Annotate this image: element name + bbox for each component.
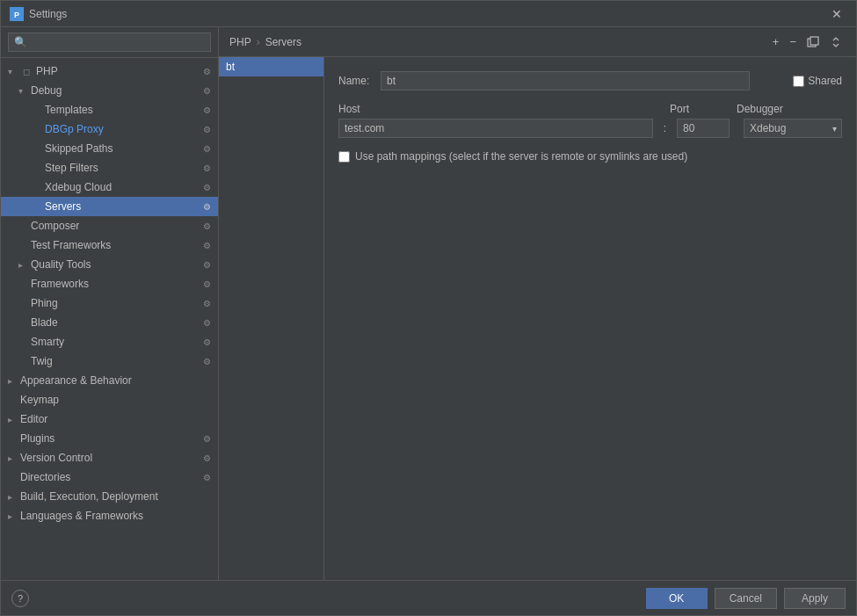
settings-icon: ⚙	[203, 473, 211, 482]
sidebar-item-dbgp-proxy[interactable]: ▸ DBGp Proxy ⚙	[1, 120, 218, 139]
path-mapping-checkbox[interactable]	[338, 151, 350, 163]
help-button[interactable]: ?	[11, 590, 29, 607]
breadcrumb-separator: ›	[257, 36, 260, 48]
path-mapping-row: Use path mappings (select if the server …	[338, 150, 842, 163]
settings-icon: ⚙	[203, 163, 211, 173]
sidebar-item-php[interactable]: ▾ ◻ PHP ⚙	[1, 62, 218, 81]
settings-icon: ⚙	[203, 318, 211, 328]
shared-checkbox[interactable]	[793, 76, 804, 87]
sidebar-item-debug[interactable]: ▾ Debug ⚙	[1, 81, 218, 100]
sidebar-item-quality-tools[interactable]: ▸ Quality Tools ⚙	[1, 255, 218, 274]
shared-area: Shared	[793, 75, 842, 87]
right-panel: PHP › Servers + −	[219, 27, 856, 580]
sidebar-item-directories[interactable]: ▸ Directories ⚙	[1, 467, 218, 487]
sidebar-item-build-execution[interactable]: ▸ Build, Execution, Deployment	[1, 487, 218, 506]
sidebar-item-frameworks[interactable]: ▸ Frameworks ⚙	[1, 274, 218, 294]
expand-icon: ▾	[8, 67, 20, 76]
sidebar-item-templates[interactable]: ▸ Templates ⚙	[1, 100, 218, 120]
remove-server-button[interactable]: −	[786, 33, 800, 50]
settings-icon: ⚙	[203, 125, 211, 134]
settings-icon: ⚙	[203, 453, 211, 463]
settings-icon: ⚙	[203, 144, 211, 154]
settings-icon: ⚙	[203, 86, 211, 96]
settings-icon: ⚙	[203, 67, 211, 76]
expand-icon: ▸	[8, 415, 20, 424]
shared-label: Shared	[808, 75, 842, 87]
move-server-button[interactable]	[826, 33, 846, 50]
settings-icon: ⚙	[203, 337, 211, 347]
expand-icon: ▸	[8, 453, 20, 463]
settings-icon: ⚙	[203, 260, 211, 270]
settings-icon: ⚙	[203, 279, 211, 289]
sidebar-item-blade[interactable]: ▸ Blade ⚙	[1, 313, 218, 332]
sidebar-item-twig[interactable]: ▸ Twig ⚙	[1, 351, 218, 371]
form-panel: Name: Shared Host	[324, 57, 856, 580]
settings-icon: ⚙	[203, 202, 211, 212]
sidebar-item-composer[interactable]: ▸ Composer ⚙	[1, 216, 218, 236]
sidebar-item-step-filters[interactable]: ▸ Step Filters ⚙	[1, 158, 218, 178]
sidebar-item-editor[interactable]: ▸ Editor	[1, 409, 218, 429]
debugger-label: Debugger	[737, 103, 783, 115]
add-server-button[interactable]: +	[769, 33, 783, 50]
content-area: bt Name: Shared	[219, 57, 856, 580]
expand-icon: ▸	[8, 492, 20, 502]
cancel-button[interactable]: Cancel	[715, 588, 777, 609]
ok-button[interactable]: OK	[646, 588, 708, 609]
sidebar-item-phing[interactable]: ▸ Phing ⚙	[1, 294, 218, 313]
settings-icon: ⚙	[203, 105, 211, 115]
sidebar-item-test-frameworks[interactable]: ▸ Test Frameworks ⚙	[1, 236, 218, 255]
settings-icon: ⚙	[203, 357, 211, 366]
name-row: Name: Shared	[338, 71, 842, 91]
expand-icon: ▸	[8, 376, 20, 386]
breadcrumb-bar: PHP › Servers + −	[219, 27, 856, 57]
sidebar-item-servers[interactable]: ▸ Servers ⚙	[1, 197, 218, 216]
search-box	[1, 27, 218, 58]
settings-icon: ⚙	[203, 299, 211, 308]
footer-left: ?	[11, 590, 29, 607]
expand-icon: ▸	[8, 511, 20, 521]
sidebar: ▾ ◻ PHP ⚙ ▾ Debug ⚙ ▸ Templates ⚙	[1, 27, 219, 580]
footer: ? OK Cancel Apply	[1, 580, 856, 615]
path-mapping-label: Use path mappings (select if the server …	[355, 150, 687, 163]
port-input[interactable]	[677, 119, 730, 138]
port-label: Port	[670, 103, 689, 115]
host-label: Host	[338, 103, 360, 115]
debugger-select[interactable]: Xdebug Zend Debugger	[744, 119, 842, 138]
main-content: ▾ ◻ PHP ⚙ ▾ Debug ⚙ ▸ Templates ⚙	[1, 27, 856, 580]
search-input[interactable]	[8, 33, 211, 52]
window-title: Settings	[29, 8, 826, 20]
sidebar-item-xdebug-cloud[interactable]: ▸ Xdebug Cloud ⚙	[1, 178, 218, 197]
app-icon: P	[10, 7, 24, 21]
name-input[interactable]	[381, 71, 750, 91]
sidebar-item-version-control[interactable]: ▸ Version Control ⚙	[1, 448, 218, 467]
php-icon: ◻	[20, 65, 33, 77]
name-label: Name:	[338, 75, 374, 87]
debugger-wrapper: Xdebug Zend Debugger ▾	[744, 119, 842, 138]
svg-text:P: P	[14, 11, 19, 19]
sidebar-item-languages-frameworks[interactable]: ▸ Languages & Frameworks	[1, 506, 218, 525]
sidebar-item-skipped-paths[interactable]: ▸ Skipped Paths ⚙	[1, 139, 218, 158]
sidebar-item-appearance-behavior[interactable]: ▸ Appearance & Behavior	[1, 371, 218, 390]
host-port-row: : Xdebug Zend Debugger ▾	[338, 119, 842, 138]
breadcrumb-servers: Servers	[265, 36, 301, 48]
settings-icon: ⚙	[203, 183, 211, 192]
sidebar-item-plugins[interactable]: ▸ Plugins ⚙	[1, 429, 218, 448]
server-item-bt[interactable]: bt	[219, 57, 323, 76]
sidebar-item-smarty[interactable]: ▸ Smarty ⚙	[1, 332, 218, 351]
svg-rect-3	[810, 37, 818, 45]
expand-icon: ▸	[18, 260, 31, 270]
copy-server-button[interactable]	[803, 33, 823, 50]
expand-icon: ▾	[18, 86, 31, 96]
sidebar-item-keymap[interactable]: ▸ Keymap	[1, 390, 218, 409]
settings-icon: ⚙	[203, 221, 211, 231]
host-input[interactable]	[338, 119, 653, 138]
tree: ▾ ◻ PHP ⚙ ▾ Debug ⚙ ▸ Templates ⚙	[1, 58, 218, 580]
apply-button[interactable]: Apply	[784, 588, 846, 609]
server-list: bt	[219, 57, 324, 580]
breadcrumb-php: PHP	[229, 36, 251, 48]
title-bar: P Settings ✕	[1, 1, 856, 27]
close-button[interactable]: ✕	[826, 5, 847, 23]
settings-icon: ⚙	[203, 434, 211, 444]
colon-separator: :	[664, 122, 666, 134]
toolbar: + −	[769, 33, 846, 50]
